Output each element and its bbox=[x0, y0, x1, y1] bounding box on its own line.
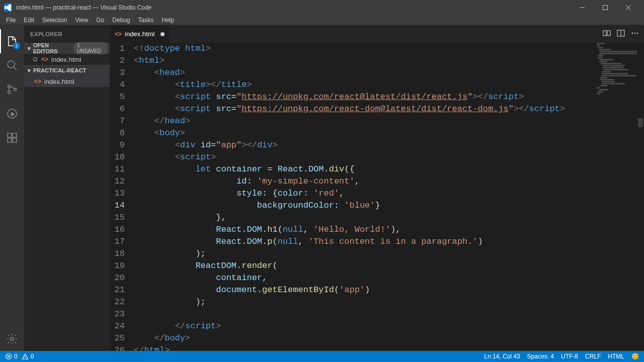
tab-label: index.html bbox=[125, 30, 154, 38]
status-encoding[interactable]: UTF-8 bbox=[561, 353, 578, 360]
menu-edit[interactable]: Edit bbox=[20, 16, 38, 25]
status-eol[interactable]: CRLF bbox=[585, 353, 601, 360]
split-editor-icon[interactable] bbox=[617, 29, 625, 39]
svg-point-4 bbox=[14, 88, 17, 91]
open-editor-item[interactable]: <> index.html bbox=[24, 54, 110, 65]
sidebar-title: EXPLORER bbox=[24, 25, 110, 43]
svg-rect-12 bbox=[607, 31, 610, 36]
explorer-sidebar: EXPLORER ▾ OPEN EDITORS 1 UNSAVED <> ind… bbox=[24, 25, 110, 351]
code-editor[interactable]: 1234567891011121314151617181920212223242… bbox=[110, 43, 644, 351]
chevron-down-icon: ▾ bbox=[26, 45, 32, 52]
editor-tab[interactable]: <> index.html bbox=[110, 25, 170, 43]
svg-rect-9 bbox=[13, 138, 17, 142]
svg-point-14 bbox=[632, 33, 633, 34]
minimap[interactable] bbox=[597, 43, 637, 351]
editor-tabs: <> index.html bbox=[110, 25, 644, 43]
menu-bar: File Edit Selection View Go Debug Tasks … bbox=[0, 15, 644, 25]
maximize-button[interactable] bbox=[594, 0, 617, 15]
status-warnings[interactable]: 0 bbox=[22, 353, 34, 360]
html-file-icon: <> bbox=[41, 56, 48, 63]
code-content[interactable]: <!doctype html><html> <head> <title></ti… bbox=[134, 43, 644, 351]
file-tree-filename: index.html bbox=[44, 78, 74, 85]
svg-point-2 bbox=[8, 85, 11, 88]
chevron-down-icon: ▾ bbox=[26, 67, 32, 74]
menu-help[interactable]: Help bbox=[157, 16, 178, 25]
svg-rect-7 bbox=[13, 133, 17, 137]
svg-point-1 bbox=[8, 61, 15, 68]
status-feedback-icon[interactable]: 😊 bbox=[631, 353, 639, 360]
status-cursor-position[interactable]: Ln 14, Col 43 bbox=[484, 353, 520, 360]
status-bar: 0 0 Ln 14, Col 43 Spaces: 4 UTF-8 CRLF H… bbox=[0, 351, 644, 362]
html-file-icon: <> bbox=[34, 78, 41, 85]
menu-file[interactable]: File bbox=[2, 16, 20, 25]
window-title: index.html — practical-react — Visual St… bbox=[16, 4, 571, 11]
folder-label: PRACTICAL-REACT bbox=[33, 67, 86, 73]
activity-bar: 1 bbox=[0, 25, 24, 351]
menu-view[interactable]: View bbox=[71, 16, 92, 25]
dirty-indicator-icon bbox=[33, 57, 37, 61]
activity-search[interactable] bbox=[0, 53, 24, 77]
menu-debug[interactable]: Debug bbox=[108, 16, 134, 25]
title-bar: index.html — practical-react — Visual St… bbox=[0, 0, 644, 15]
activity-explorer[interactable]: 1 bbox=[0, 29, 24, 53]
vscode-icon bbox=[4, 4, 12, 12]
status-language[interactable]: HTML bbox=[608, 353, 624, 360]
overview-ruler[interactable] bbox=[637, 43, 644, 351]
editor-area: <> index.html 12345678910111213141516171… bbox=[110, 25, 644, 351]
compare-changes-icon[interactable] bbox=[603, 29, 611, 39]
menu-selection[interactable]: Selection bbox=[38, 16, 71, 25]
dirty-indicator-icon bbox=[160, 32, 165, 36]
minimize-button[interactable] bbox=[571, 0, 594, 15]
unsaved-badge: 1 UNSAVED bbox=[74, 42, 108, 54]
menu-tasks[interactable]: Tasks bbox=[134, 16, 158, 25]
menu-go[interactable]: Go bbox=[92, 16, 108, 25]
svg-point-3 bbox=[8, 92, 11, 94]
activity-settings[interactable] bbox=[0, 327, 24, 351]
open-editors-header[interactable]: ▾ OPEN EDITORS 1 UNSAVED bbox=[24, 43, 110, 54]
svg-point-15 bbox=[634, 33, 636, 34]
line-number-gutter: 1234567891011121314151617181920212223242… bbox=[110, 43, 134, 351]
activity-debug[interactable] bbox=[0, 102, 24, 126]
file-tree-item[interactable]: <> index.html bbox=[24, 76, 110, 87]
status-indentation[interactable]: Spaces: 4 bbox=[527, 353, 554, 360]
svg-rect-0 bbox=[603, 6, 608, 10]
svg-rect-8 bbox=[8, 138, 12, 142]
folder-header[interactable]: ▾ PRACTICAL-REACT bbox=[24, 65, 110, 76]
explorer-badge: 1 bbox=[13, 42, 20, 49]
svg-rect-11 bbox=[603, 31, 606, 36]
more-actions-icon[interactable] bbox=[631, 29, 639, 39]
svg-point-10 bbox=[11, 337, 14, 340]
svg-point-16 bbox=[637, 33, 638, 34]
html-file-icon: <> bbox=[115, 31, 122, 38]
status-errors[interactable]: 0 bbox=[5, 353, 18, 360]
open-editors-label: OPEN EDITORS bbox=[33, 42, 74, 54]
svg-rect-6 bbox=[8, 133, 12, 137]
open-editor-filename: index.html bbox=[51, 56, 81, 63]
activity-source-control[interactable] bbox=[0, 77, 24, 102]
close-button[interactable] bbox=[617, 0, 640, 15]
activity-extensions[interactable] bbox=[0, 126, 24, 150]
